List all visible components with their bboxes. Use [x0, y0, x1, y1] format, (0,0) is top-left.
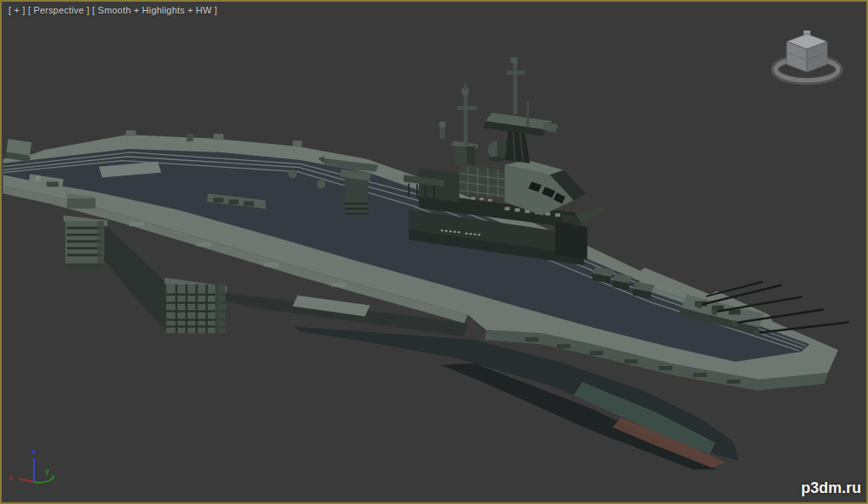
- scene-render[interactable]: [2, 2, 866, 502]
- island-superstructure: [403, 113, 605, 265]
- x-axis-label: x: [8, 474, 14, 482]
- carrier-model[interactable]: [3, 58, 848, 470]
- x-axis: x: [8, 474, 34, 482]
- z-axis: z: [31, 447, 36, 482]
- y-axis-label: y: [45, 467, 50, 475]
- view-cube-body[interactable]: [787, 30, 827, 72]
- axis-gizmo: z y x: [5, 443, 73, 497]
- view-cube[interactable]: [758, 15, 856, 97]
- 3d-viewport[interactable]: [ + ] [ Perspective ] [ Smooth + Highlig…: [0, 0, 868, 504]
- watermark: p3dm.ru: [801, 479, 861, 497]
- y-axis: y: [34, 467, 54, 483]
- viewport-label[interactable]: [ + ] [ Perspective ] [ Smooth + Highlig…: [8, 5, 217, 15]
- z-axis-label: z: [31, 447, 36, 456]
